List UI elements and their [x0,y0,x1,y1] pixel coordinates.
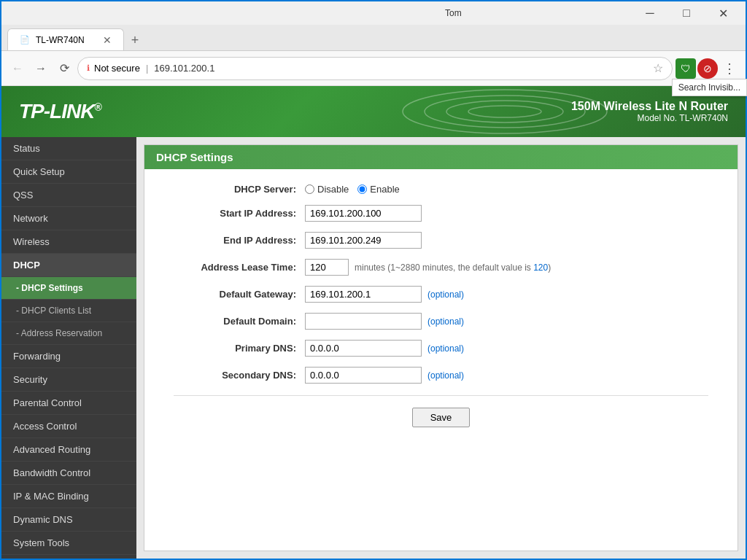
lease-time-label: Address Lease Time: [174,262,305,273]
browser-menu-button[interactable]: ⋮ [719,58,740,79]
dhcp-disable-radio[interactable] [305,184,314,194]
url-text: 169.101.200.1 [154,63,214,74]
sidebar-item-access-control[interactable]: Access Control [1,415,136,438]
browser-tab[interactable]: 📄 TL-WR740N ✕ [7,28,124,50]
dhcp-disable-option[interactable]: Disable [305,184,349,195]
new-tab-button[interactable]: + [124,30,146,50]
maximize-button[interactable]: □ [670,1,703,25]
dhcp-enable-option[interactable]: Enable [357,184,399,195]
sidebar-item-status[interactable]: Status [1,137,136,160]
primary-dns-input[interactable] [305,340,422,357]
extension-block-icon[interactable]: ⊘ [697,58,718,79]
router-header: TP-LINK® 150M Wireless Lite N Router Mod… [1,86,746,137]
window-user: Tom [445,8,462,18]
router-logo: TP-LINK® [19,100,101,123]
back-button[interactable]: ← [7,58,28,79]
lease-time-hint: minutes (1~2880 minutes, the default val… [355,262,551,273]
lease-time-input[interactable] [305,259,349,276]
end-ip-input[interactable] [305,232,422,249]
url-secure-label: Not secure [94,63,140,74]
gateway-label: Default Gateway: [174,289,305,300]
security-indicator: ℹ [87,63,90,73]
sidebar-item-system-tools[interactable]: System Tools [1,532,136,555]
main-content: DHCP Settings DHCP Server: Disable [136,137,746,559]
refresh-button[interactable]: ⟳ [54,58,74,79]
sidebar-item-bandwidth-control[interactable]: Bandwidth Control [1,462,136,485]
sidebar-item-dynamic-dns[interactable]: Dynamic DNS [1,508,136,532]
end-ip-label: End IP Address: [174,235,305,246]
forward-button[interactable]: → [31,58,51,79]
sidebar-item-address-reservation[interactable]: - Address Reservation [1,322,136,345]
svg-point-3 [468,106,541,117]
url-bar[interactable]: ℹ Not secure | 169.101.200.1 ☆ [77,57,673,80]
secondary-dns-input[interactable] [305,367,422,384]
gateway-optional: (optional) [427,289,464,300]
close-button[interactable]: ✕ [706,1,740,25]
primary-dns-label: Primary DNS: [174,343,305,354]
sidebar-item-security[interactable]: Security [1,368,136,392]
sidebar-item-parental-control[interactable]: Parental Control [1,392,136,415]
dhcp-server-label: DHCP Server: [174,184,305,195]
domain-label: Default Domain: [174,316,305,327]
sidebar-item-dhcp-settings[interactable]: - DHCP Settings [1,277,136,300]
gateway-input[interactable] [305,286,422,303]
start-ip-label: Start IP Address: [174,208,305,219]
tab-close-button[interactable]: ✕ [103,34,112,46]
secondary-dns-label: Secondary DNS: [174,370,305,381]
dhcp-server-radio-group: Disable Enable [305,184,400,195]
sidebar: Status Quick Setup QSS Network Wireless … [1,137,136,559]
start-ip-input[interactable] [305,205,422,222]
sidebar-item-forwarding[interactable]: Forwarding [1,345,136,368]
bookmark-icon[interactable]: ☆ [653,61,663,75]
extension-shield-icon[interactable]: 🛡 [676,58,696,79]
svg-point-0 [403,90,607,133]
svg-point-2 [446,101,563,122]
sidebar-item-advanced-routing[interactable]: Advanced Routing [1,438,136,462]
tab-label: TL-WR740N [36,35,85,45]
minimize-button[interactable]: ─ [633,1,667,25]
section-header: DHCP Settings [144,145,738,169]
domain-input[interactable] [305,313,422,330]
search-tooltip: Search Invisib... [672,79,747,96]
sidebar-item-wireless[interactable]: Wireless [1,230,136,254]
sidebar-item-network[interactable]: Network [1,207,136,230]
secondary-dns-optional: (optional) [427,370,464,381]
sidebar-item-ip-mac-binding[interactable]: IP & MAC Binding [1,485,136,508]
dhcp-enable-radio[interactable] [357,184,367,194]
primary-dns-optional: (optional) [427,343,464,354]
sidebar-item-dhcp[interactable]: DHCP [1,254,136,277]
sidebar-item-qss[interactable]: QSS [1,184,136,207]
save-button[interactable]: Save [412,408,471,427]
sidebar-item-quick-setup[interactable]: Quick Setup [1,160,136,184]
tab-favicon: 📄 [20,35,30,44]
lease-time-default: 120 [533,262,548,273]
domain-optional: (optional) [427,316,464,327]
sidebar-item-dhcp-clients[interactable]: - DHCP Clients List [1,300,136,322]
